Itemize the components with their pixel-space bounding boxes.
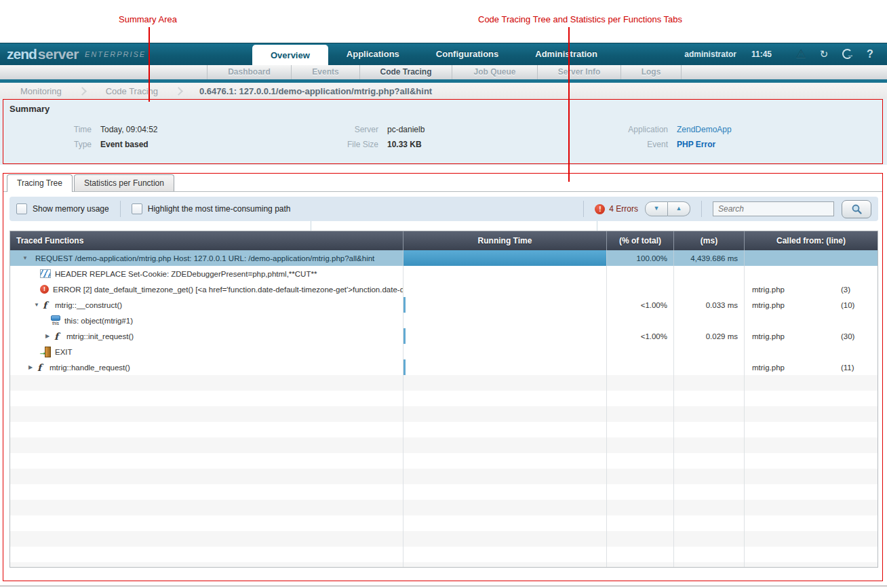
called-from-cell bbox=[745, 250, 878, 266]
refresh-icon[interactable]: ↻ bbox=[815, 48, 833, 60]
row-icon: ▼ bbox=[22, 255, 31, 261]
called-from-cell: mtrig.php (10) bbox=[745, 297, 878, 313]
col-pct-of-total: (% of total) bbox=[607, 231, 674, 250]
subtab-code-tracing[interactable]: Code Tracing bbox=[359, 65, 452, 79]
subtab-logs[interactable]: Logs bbox=[620, 65, 682, 79]
ms-cell: 0.029 ms bbox=[674, 328, 745, 344]
running-time-cell bbox=[403, 266, 607, 281]
table-row-empty bbox=[10, 562, 878, 568]
tab-tracing-tree[interactable]: Tracing Tree bbox=[7, 174, 73, 192]
breadcrumb: Monitoring Code Tracing 0.6476.1: 127.0.… bbox=[0, 83, 887, 99]
pct-of-total-cell bbox=[607, 344, 674, 359]
table-row[interactable]: ▶f mtrig::init_request() <1.00% 0.029 ms… bbox=[10, 328, 878, 344]
traced-function-cell: ▼ REQUEST /demo-application/mtrig.php Ho… bbox=[10, 250, 403, 266]
table-row-empty bbox=[10, 406, 878, 422]
page-bottom-edge bbox=[0, 585, 887, 587]
row-icon: ! bbox=[40, 285, 49, 294]
help-icon[interactable]: ? bbox=[861, 48, 879, 60]
pct-of-total-cell bbox=[607, 313, 674, 328]
clock-time: 11:45 bbox=[751, 50, 772, 59]
table-row[interactable]: ! ERROR [2] date_default_timezone_get() … bbox=[10, 281, 878, 297]
subtab-dashboard[interactable]: Dashboard bbox=[207, 65, 291, 79]
main-nav-tabs: Overview Applications Configurations Adm… bbox=[252, 43, 616, 65]
summary-col-3: Application ZendDemoApp Event PHP Error bbox=[580, 122, 732, 152]
file-size-label: File Size bbox=[292, 140, 378, 149]
annotation-line bbox=[149, 27, 150, 102]
table-row-empty bbox=[10, 531, 878, 547]
search-button[interactable] bbox=[842, 200, 871, 218]
col-called-from: Called from: (line) bbox=[745, 231, 878, 250]
tab-administration[interactable]: Administration bbox=[517, 43, 616, 65]
traced-function-cell: ! ERROR [2] date_default_timezone_get() … bbox=[10, 281, 403, 297]
search-input[interactable] bbox=[713, 201, 834, 216]
called-from-cell: mtrig.php (11) bbox=[745, 359, 878, 375]
highlight-path-checkbox[interactable] bbox=[132, 203, 142, 214]
running-time-cell bbox=[403, 344, 607, 359]
tab-statistics-per-function[interactable]: Statistics per Function bbox=[74, 174, 174, 191]
logo-server-text: server bbox=[38, 46, 79, 62]
subtab-server-info[interactable]: Server Info bbox=[537, 65, 620, 79]
table-row[interactable]: ▼ REQUEST /demo-application/mtrig.php Ho… bbox=[10, 250, 878, 266]
table-row[interactable]: this this: object(mtrig#1) bbox=[10, 313, 878, 328]
table-row-empty bbox=[10, 391, 878, 406]
table-row[interactable]: → EXIT bbox=[10, 344, 878, 359]
traced-function-label: REQUEST /demo-application/mtrig.php Host… bbox=[35, 254, 374, 262]
called-from-cell bbox=[745, 313, 878, 328]
show-memory-usage-label: Show memory usage bbox=[33, 204, 109, 214]
show-memory-usage-checkbox[interactable] bbox=[16, 203, 27, 214]
subtab-job-queue[interactable]: Job Queue bbox=[452, 65, 537, 79]
traced-function-cell: HEADER REPLACE Set-Cookie: ZDEDebuggerPr… bbox=[10, 266, 403, 281]
called-from-cell: mtrig.php (30) bbox=[745, 328, 878, 344]
called-from-file: mtrig.php bbox=[752, 286, 841, 294]
tracing-tree-table: Traced Functions Running Time (% of tota… bbox=[9, 231, 878, 568]
col-traced-functions: Traced Functions bbox=[10, 231, 403, 250]
table-row[interactable]: ▼f mtrig::__construct() <1.00% 0.033 ms … bbox=[10, 297, 878, 313]
called-from-cell bbox=[745, 344, 878, 359]
tab-overview[interactable]: Overview bbox=[252, 45, 328, 65]
breadcrumb-code-tracing[interactable]: Code Tracing bbox=[106, 86, 158, 96]
table-row-empty bbox=[10, 437, 878, 453]
logout-icon[interactable]: → bbox=[838, 48, 856, 60]
ms-cell bbox=[674, 266, 745, 281]
table-row[interactable]: ▶f mtrig::handle_request() mtrig.php (11… bbox=[10, 359, 878, 375]
traced-function-cell: ▶f mtrig::init_request() bbox=[10, 328, 403, 344]
breadcrumb-monitoring[interactable]: Monitoring bbox=[20, 86, 62, 96]
row-icon: ▶f bbox=[45, 331, 62, 342]
called-from-line: (30) bbox=[841, 332, 854, 340]
event-link[interactable]: PHP Error bbox=[677, 140, 715, 149]
summary-col-2: Server pc-danielb File Size 10.33 KB bbox=[292, 122, 425, 152]
tab-configurations[interactable]: Configurations bbox=[418, 43, 517, 65]
zend-server-logo: zend server ENTERPRISE bbox=[7, 43, 146, 65]
time-label: Time bbox=[20, 125, 92, 134]
pct-of-total-cell: <1.00% bbox=[607, 328, 674, 344]
running-time-cell bbox=[403, 328, 607, 344]
magnifier-icon bbox=[851, 203, 863, 215]
application-link[interactable]: ZendDemoApp bbox=[677, 125, 732, 134]
server-value: pc-danielb bbox=[387, 125, 425, 134]
pct-of-total-cell: 100.00% bbox=[607, 250, 674, 266]
called-from-line: (3) bbox=[841, 286, 850, 294]
summary-col-1: Time Today, 09:04:52 Type Event based bbox=[20, 122, 158, 152]
tracing-tabs: Tracing Tree Statistics per Function bbox=[7, 174, 176, 192]
table-row[interactable]: HEADER REPLACE Set-Cookie: ZDEDebuggerPr… bbox=[10, 266, 878, 281]
subtab-events[interactable]: Events bbox=[291, 65, 359, 79]
col-running-time: Running Time bbox=[403, 231, 607, 250]
pct-of-total-cell bbox=[607, 281, 674, 297]
previous-error-button[interactable]: ▼ bbox=[645, 201, 668, 216]
table-header: Traced Functions Running Time (% of tota… bbox=[10, 231, 878, 250]
tab-applications[interactable]: Applications bbox=[328, 43, 418, 65]
toolbar-divider bbox=[701, 201, 702, 217]
next-error-button[interactable]: ▲ bbox=[668, 201, 690, 216]
breadcrumb-current-trace: 0.6476.1: 127.0.0.1/demo-application/mtr… bbox=[199, 86, 432, 96]
error-count: 4 Errors bbox=[609, 204, 638, 214]
running-time-cell bbox=[403, 359, 607, 375]
error-nav-buttons: ▼ ▲ bbox=[645, 201, 690, 216]
warning-icon[interactable]: ⚠ bbox=[792, 47, 810, 61]
traced-function-cell: this this: object(mtrig#1) bbox=[10, 313, 403, 328]
table-row-empty bbox=[10, 453, 878, 469]
ms-cell bbox=[674, 313, 745, 328]
called-from-file: mtrig.php bbox=[752, 332, 841, 340]
user-name[interactable]: administrator bbox=[684, 50, 736, 59]
table-row-empty bbox=[10, 375, 878, 391]
traced-function-label: HEADER REPLACE Set-Cookie: ZDEDebuggerPr… bbox=[55, 270, 317, 278]
